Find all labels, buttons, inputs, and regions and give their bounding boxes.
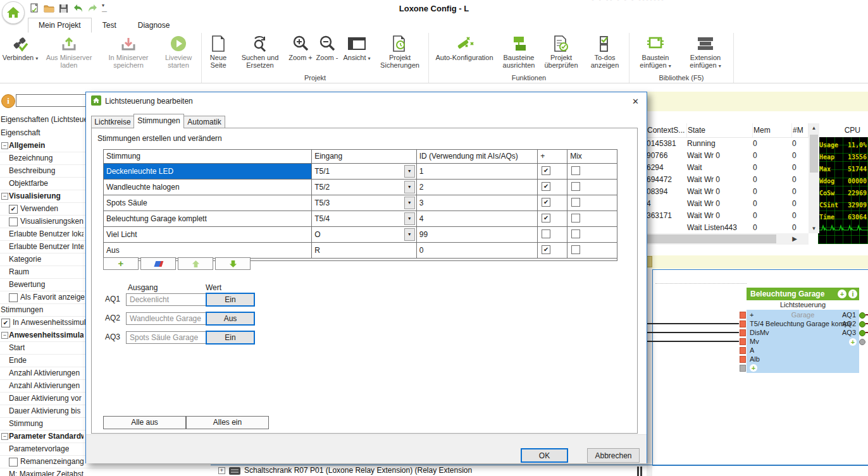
monitor-row[interactable]: 90766Wait Wr 000 <box>647 150 809 162</box>
wire[interactable] <box>647 341 739 342</box>
add-row-button[interactable]: + <box>103 257 139 270</box>
move-down-button[interactable] <box>215 257 251 270</box>
cancel-button[interactable]: Abbrechen <box>587 448 640 463</box>
eingang-cell[interactable]: O▼ <box>312 227 417 242</box>
dropdown-button[interactable]: ▼ <box>404 181 415 193</box>
ribbon-button-ansicht[interactable]: Ansicht ▾ <box>340 33 373 63</box>
tab-mein-projekt[interactable]: Mein Projekt <box>28 18 92 33</box>
ribbon-button-liveview-starten[interactable]: Liveview starten <box>158 33 199 69</box>
eingang-cell[interactable]: T5/3▼ <box>312 195 417 211</box>
monitor-row[interactable]: 0145381Running00 <box>647 138 809 150</box>
table-row[interactable]: Spots SäuleT5/3▼3✔ <box>104 195 617 211</box>
ribbon-button-todos-anzeigen[interactable]: To-dos anzeigen <box>583 33 627 69</box>
tab-automatik[interactable]: Automatik <box>183 116 225 128</box>
collapse-toggle-icon[interactable]: − <box>1 433 8 440</box>
scrollbar-thumb[interactable] <box>810 135 818 173</box>
table-row[interactable]: Deckenleuchte LEDT5/1▼1✔ <box>104 164 617 180</box>
scroll-right-icon[interactable]: ▶ <box>790 233 800 245</box>
checkbox[interactable] <box>571 166 580 175</box>
checkbox[interactable]: ✔ <box>542 214 550 223</box>
input-connector[interactable] <box>740 312 746 319</box>
delete-row-button[interactable] <box>140 257 176 270</box>
input-connector[interactable] <box>740 338 746 345</box>
panel-strip-handle[interactable] <box>647 256 652 267</box>
tab-lichtkreise[interactable]: Lichtkreise <box>91 116 134 128</box>
id-cell[interactable]: 0 <box>417 243 538 258</box>
checkbox[interactable] <box>9 458 18 467</box>
eingang-cell[interactable]: T5/2▼ <box>312 180 417 195</box>
expand-icon[interactable]: + <box>218 467 225 474</box>
property-row[interactable]: M: Maximaler Zeitabst <box>0 468 210 476</box>
input-connector[interactable] <box>740 329 746 336</box>
checkbox[interactable] <box>542 229 550 238</box>
ribbon-button-bausteine-ausrichten[interactable]: Bausteine ausrichten <box>498 33 540 69</box>
output-connector[interactable] <box>859 321 865 327</box>
checkbox[interactable] <box>571 245 580 254</box>
id-cell[interactable]: 3 <box>417 195 538 211</box>
function-block-beleuchtung-garage[interactable]: Beleuchtung Garage + i Lichtsteuerung +G… <box>747 288 859 373</box>
ribbon-button-projekt-ueberpruefen[interactable]: Projekt überprüfen <box>540 33 583 69</box>
ribbon-button-auto-konfiguration[interactable]: Auto-Konfiguration <box>431 33 498 61</box>
wire[interactable] <box>647 323 739 324</box>
eingang-cell[interactable]: T5/1▼ <box>312 164 417 179</box>
output-connector[interactable] <box>859 312 865 319</box>
table-row[interactable]: Wandleuchte halogenT5/2▼2✔ <box>104 180 617 195</box>
eingang-cell[interactable]: R <box>312 243 417 258</box>
monitor-row[interactable]: Wait Listen44300 <box>647 222 809 234</box>
checkbox[interactable] <box>571 229 580 238</box>
tab-diagnose[interactable]: Diagnose <box>127 18 181 33</box>
collapse-toggle-icon[interactable]: − <box>1 332 8 339</box>
dropdown-button[interactable]: ▼ <box>404 212 415 225</box>
ribbon-button-in-miniserver-speichern[interactable]: In Miniserver speichern <box>99 33 158 69</box>
checkbox[interactable] <box>571 214 580 223</box>
checkbox[interactable]: ✔ <box>542 198 550 207</box>
ribbon-button-baustein-einfuegen[interactable]: Baustein einfügen ▾ <box>631 33 679 70</box>
stimmung-cell[interactable]: Aus <box>104 243 312 258</box>
tab-stimmungen[interactable]: Stimmungen <box>133 114 184 128</box>
monitor-row[interactable]: 694472Wait Wr 000 <box>647 174 809 186</box>
dropdown-button[interactable]: ▼ <box>404 228 415 241</box>
ribbon-button-zoom-out[interactable]: Zoom - <box>314 33 340 61</box>
aq-value-toggle-button[interactable]: Aus <box>206 312 255 326</box>
table-row[interactable]: AusR0✔ <box>104 243 617 259</box>
checkbox[interactable]: ✔ <box>542 245 550 254</box>
move-icon[interactable]: + <box>838 290 846 298</box>
stimmung-cell[interactable]: Viel Licht <box>104 227 312 242</box>
info-icon[interactable]: i <box>1 94 15 108</box>
checkbox[interactable] <box>9 217 18 226</box>
alle-aus-button[interactable]: Alle aus <box>103 416 186 429</box>
eingang-cell[interactable]: T5/4▼ <box>312 211 417 226</box>
wire[interactable] <box>647 332 739 333</box>
home-button[interactable] <box>2 1 25 24</box>
scrollbar-thumb[interactable] <box>647 235 776 243</box>
close-icon[interactable]: ✕ <box>628 95 641 107</box>
id-cell[interactable]: 2 <box>417 180 538 195</box>
ribbon-button-projekt-sicherungen[interactable]: Projekt Sicherungen <box>373 33 426 69</box>
id-cell[interactable]: 4 <box>417 211 538 226</box>
dropdown-button[interactable]: ▼ <box>404 165 415 178</box>
checkbox[interactable]: ✔ <box>542 182 550 191</box>
add-input-button[interactable]: + <box>750 364 757 372</box>
checkbox[interactable] <box>9 293 18 302</box>
alles-ein-button[interactable]: Alles ein <box>186 416 269 429</box>
id-cell[interactable]: 99 <box>417 227 538 242</box>
monitor-row[interactable]: 08394Wait Wr 000 <box>647 186 809 198</box>
move-up-button[interactable] <box>178 257 213 270</box>
ribbon-button-suchen-und-ersetzen[interactable]: Suchen und Ersetzen <box>233 33 287 69</box>
stimmung-cell[interactable]: Spots Säule <box>104 195 312 211</box>
input-connector[interactable] <box>740 356 746 363</box>
input-connector[interactable] <box>740 347 746 354</box>
table-row[interactable]: Viel LichtO▼99 <box>104 227 617 243</box>
tab-test[interactable]: Test <box>92 18 127 33</box>
output-connector[interactable] <box>859 339 865 345</box>
scroll-down-icon[interactable]: ▼ <box>809 224 819 233</box>
stimmung-cell[interactable]: Wandleuchte halogen <box>104 180 312 195</box>
stimmung-cell[interactable]: Deckenleuchte LED <box>104 164 312 179</box>
id-cell[interactable]: 1 <box>417 164 538 179</box>
monitor-vertical-scrollbar[interactable]: ▲ ▼ <box>809 123 819 233</box>
output-connector[interactable] <box>859 330 865 336</box>
stimmung-cell[interactable]: Beleuchtung Garage komplett <box>104 211 312 226</box>
ribbon-button-zoom-in[interactable]: Zoom + <box>287 33 314 61</box>
monitor-row[interactable]: 4Wait Wr 000 <box>647 198 809 210</box>
table-row[interactable]: Beleuchtung Garage komplettT5/4▼4✔ <box>104 211 617 227</box>
